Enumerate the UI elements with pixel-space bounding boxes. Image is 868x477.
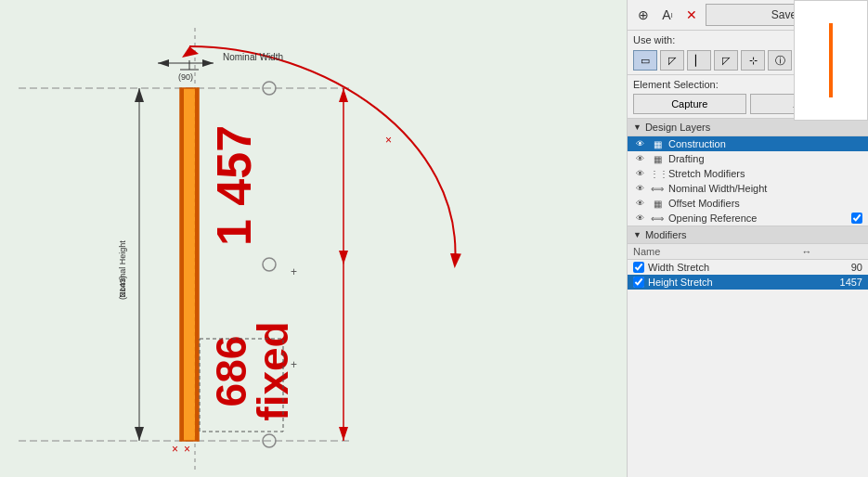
svg-point-8 xyxy=(263,258,276,271)
collapse-arrow-icon: ▼ xyxy=(633,122,641,132)
layer-row-construction[interactable]: 👁▦Construction xyxy=(628,136,868,151)
layers-list: 👁▦Construction👁▦Drafting👁⋮⋮Stretch Modif… xyxy=(628,136,868,226)
layer-row-nominal-width/height[interactable]: 👁⟺Nominal Width/Height xyxy=(628,181,868,196)
use-with-corner-button[interactable]: ◸ xyxy=(660,50,684,71)
modifiers-header[interactable]: ▼ Modifiers xyxy=(628,226,868,244)
modifiers-section: ▼ Modifiers Name ↔ Width Stretch90Height… xyxy=(628,226,868,477)
layer-type-icon: ▦ xyxy=(650,139,665,149)
modifier-value-text: 1457 xyxy=(816,277,862,288)
text-button[interactable]: AI xyxy=(657,5,678,25)
layer-name-text: Stretch Modifiers xyxy=(668,168,862,179)
svg-text:1 457: 1 457 xyxy=(207,125,261,246)
design-layers-section: ▼ Design Layers 👁▦Construction👁▦Drafting… xyxy=(628,119,868,226)
use-with-poly-button[interactable]: ◸ xyxy=(714,50,738,71)
layer-name-text: Nominal Width/Height xyxy=(668,183,862,194)
modifier-value-text: 90 xyxy=(816,262,862,273)
preview-line xyxy=(829,23,833,97)
svg-text:×: × xyxy=(184,443,190,456)
layer-type-icon: ⟺ xyxy=(650,184,665,194)
use-with-line-button[interactable]: ▏ xyxy=(687,50,711,71)
svg-marker-11 xyxy=(339,88,348,102)
layer-row-stretch-modifiers[interactable]: 👁⋮⋮Stretch Modifiers xyxy=(628,166,868,181)
drawing-svg: 1 457 686 fixed Nominal Width (90) Nomin… xyxy=(0,0,627,477)
use-with-info-button[interactable]: ⓘ xyxy=(768,50,792,71)
modifiers-list: Width Stretch90Height Stretch1457 xyxy=(628,260,868,290)
eye-icon[interactable]: 👁 xyxy=(633,169,646,178)
design-layers-label: Design Layers xyxy=(645,122,710,133)
eye-icon[interactable]: 👁 xyxy=(633,139,646,148)
modifier-name-text: Height Stretch xyxy=(648,277,812,288)
layer-type-icon: ▦ xyxy=(650,154,665,164)
modifier-row-width-stretch[interactable]: Width Stretch90 xyxy=(628,260,868,275)
col-val-header xyxy=(816,246,862,257)
layer-row-offset-modifiers[interactable]: 👁▦Offset Modifiers xyxy=(628,196,868,211)
layer-visibility-checkbox[interactable] xyxy=(851,213,862,224)
svg-marker-12 xyxy=(339,251,348,264)
svg-text:fixed: fixed xyxy=(249,321,297,420)
modifier-row-height-stretch[interactable]: Height Stretch1457 xyxy=(628,275,868,290)
svg-marker-19 xyxy=(202,59,214,67)
layer-type-icon: ⋮⋮ xyxy=(650,169,665,179)
layer-type-icon: ⟺ xyxy=(650,213,665,224)
layer-type-icon: ▦ xyxy=(650,199,665,209)
col-icon-header: ↔ xyxy=(797,246,816,257)
top-toolbar: ⊕ AI ✕ Save xyxy=(628,0,868,31)
layer-name-text: Drafting xyxy=(668,153,862,164)
svg-text:+: + xyxy=(291,358,297,371)
svg-marker-27 xyxy=(182,46,199,58)
eye-icon[interactable]: 👁 xyxy=(633,184,646,193)
svg-marker-22 xyxy=(135,427,144,441)
svg-marker-18 xyxy=(158,59,169,67)
use-with-cross-button[interactable]: ⊹ xyxy=(741,50,765,71)
svg-marker-21 xyxy=(135,88,144,102)
layer-row-opening-reference[interactable]: 👁⟺Opening Reference xyxy=(628,211,868,226)
plus-button[interactable]: ⊕ xyxy=(633,5,654,25)
eye-icon[interactable]: 👁 xyxy=(633,154,646,163)
modifier-checkbox[interactable] xyxy=(633,277,644,288)
layer-row-drafting[interactable]: 👁▦Drafting xyxy=(628,151,868,166)
svg-text:×: × xyxy=(385,134,392,147)
modifier-checkbox[interactable] xyxy=(633,262,644,273)
modifiers-label: Modifiers xyxy=(645,229,687,240)
use-with-wall-button[interactable]: ▭ xyxy=(633,50,657,71)
col-name-header: Name xyxy=(633,246,797,257)
right-panel: ⊕ AI ✕ Save Use with: ▭ ◸ ▏ ◸ ⊹ ⓘ Elemen… xyxy=(627,0,868,477)
modifiers-collapse-icon: ▼ xyxy=(633,230,641,239)
svg-text:+: + xyxy=(291,265,297,278)
svg-text:(90): (90) xyxy=(178,72,193,82)
layer-name-text: Opening Reference xyxy=(668,213,848,224)
svg-text:Nominal Width: Nominal Width xyxy=(223,52,283,62)
preview-box xyxy=(794,0,868,121)
svg-text:(2143): (2143) xyxy=(118,276,127,300)
svg-marker-14 xyxy=(339,427,348,441)
capture-button[interactable]: Capture xyxy=(633,94,746,114)
modifier-header-row: Name ↔ xyxy=(628,244,868,260)
close-button[interactable]: ✕ xyxy=(681,5,702,25)
layer-name-text: Construction xyxy=(668,138,862,149)
design-layers-header[interactable]: ▼ Design Layers xyxy=(628,119,868,136)
modifier-name-text: Width Stretch xyxy=(648,262,812,273)
layer-name-text: Offset Modifiers xyxy=(668,198,862,209)
eye-icon[interactable]: 👁 xyxy=(633,213,646,223)
eye-icon[interactable]: 👁 xyxy=(633,199,646,208)
drawing-area: 1 457 686 fixed Nominal Width (90) Nomin… xyxy=(0,0,627,477)
svg-text:×: × xyxy=(172,443,178,456)
